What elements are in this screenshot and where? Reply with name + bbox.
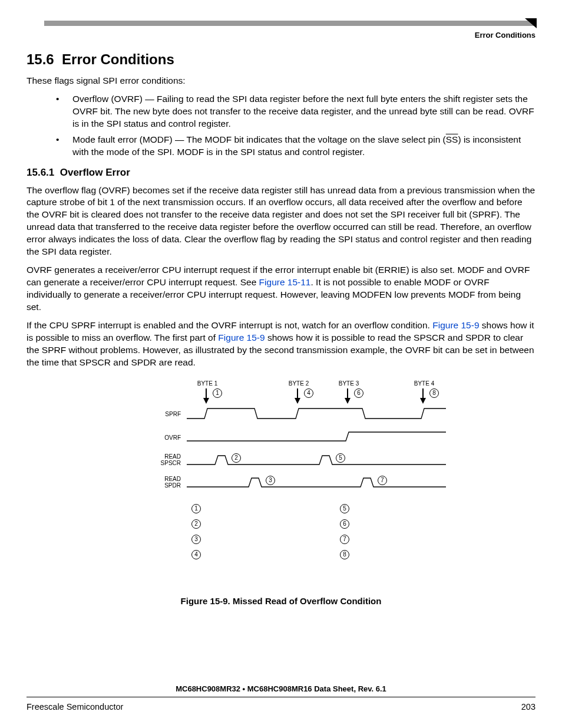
section-heading: 15.6 Error Conditions bbox=[27, 51, 535, 68]
figure-link[interactable]: Figure 15-11 bbox=[259, 277, 311, 287]
bullet-list: Overflow (OVRF) — Failing to read the SP… bbox=[56, 93, 535, 159]
step-circle: 7 bbox=[340, 535, 349, 544]
footer-doc-title: MC68HC908MR32 • MC68HC908MR16 Data Sheet… bbox=[27, 684, 535, 693]
figure-timing-diagram: BYTE 1 1 BYTE 2 4 BYTE 3 6 BYTE 4 8 SPRF… bbox=[116, 380, 446, 592]
list-item: Mode fault error (MODF) — The MODF bit i… bbox=[56, 134, 535, 159]
header-rule bbox=[44, 21, 535, 26]
running-head: Error Conditions bbox=[27, 31, 535, 39]
step-circle: 8 bbox=[340, 550, 349, 559]
figure-caption: Figure 15-9. Missed Read of Overflow Con… bbox=[27, 596, 535, 606]
footer-page-number: 203 bbox=[521, 702, 535, 711]
step-circle: 2 bbox=[191, 519, 201, 529]
section-number: 15.6 bbox=[27, 51, 54, 67]
step-circle: 6 bbox=[340, 519, 349, 529]
step-circle: 4 bbox=[191, 550, 201, 559]
footer-vendor: Freescale Semiconductor bbox=[27, 702, 123, 711]
step-circle: 3 bbox=[191, 535, 201, 544]
paragraph: If the CPU SPRF interrupt is enabled and… bbox=[27, 319, 535, 369]
waveform-svg bbox=[116, 380, 446, 498]
paragraph: The overflow flag (OVRF) becomes set if … bbox=[27, 185, 535, 259]
list-item: Overflow (OVRF) — Failing to read the SP… bbox=[56, 93, 535, 130]
step-circle: 5 bbox=[340, 504, 349, 513]
section-intro: These flags signal SPI error conditions: bbox=[27, 75, 535, 87]
figure-link[interactable]: Figure 15-9 bbox=[218, 332, 265, 342]
figure-link[interactable]: Figure 15-9 bbox=[432, 320, 479, 330]
subsection-title-text: Overflow Error bbox=[60, 167, 130, 178]
subsection-heading: 15.6.1 Overflow Error bbox=[27, 167, 535, 179]
page-footer: MC68HC908MR32 • MC68HC908MR16 Data Sheet… bbox=[27, 684, 535, 711]
ss-pin-overline: SS bbox=[446, 134, 458, 144]
paragraph: OVRF generates a receiver/error CPU inte… bbox=[27, 264, 535, 314]
subsection-number: 15.6.1 bbox=[27, 167, 54, 178]
section-title-text: Error Conditions bbox=[62, 51, 174, 67]
step-circle: 1 bbox=[191, 504, 201, 513]
